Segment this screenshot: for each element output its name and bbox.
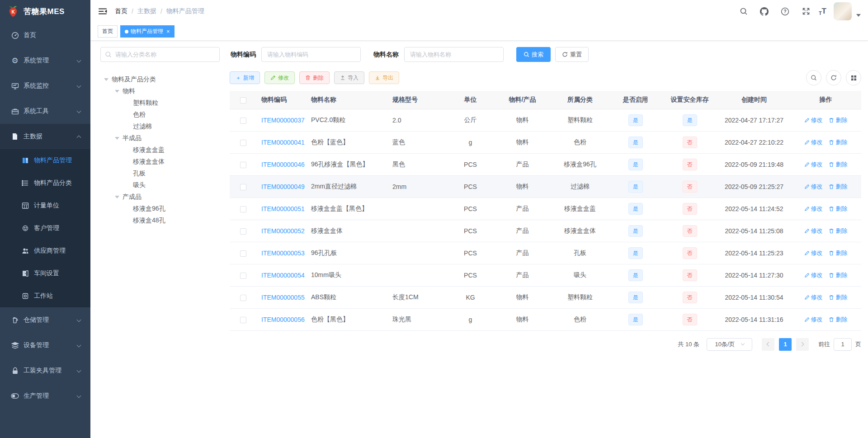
row-edit-link[interactable]: 修改 (804, 116, 823, 124)
edit-button[interactable]: 修改 (264, 71, 295, 84)
item-code-link[interactable]: ITEM00000046 (261, 161, 305, 168)
sidebar-item-home[interactable]: 首页 (0, 23, 90, 48)
material-code-input[interactable] (261, 47, 361, 62)
caret-down-icon[interactable] (856, 14, 861, 17)
row-edit-link[interactable]: 修改 (804, 227, 823, 235)
prev-page-button[interactable] (762, 338, 774, 351)
sidebar-item-material-product-category[interactable]: 物料产品分类 (0, 172, 90, 194)
row-delete-link[interactable]: 删除 (829, 183, 847, 191)
row-checkbox[interactable] (240, 295, 246, 301)
item-code-link[interactable]: ITEM00000055 (261, 294, 305, 301)
row-checkbox[interactable] (240, 184, 246, 190)
tree-node-finished[interactable]: 产成品 (100, 191, 220, 203)
row-checkbox[interactable] (240, 228, 246, 235)
row-edit-link[interactable]: 修改 (804, 160, 823, 169)
sidebar-item-device-mgmt[interactable]: 设备管理 (0, 333, 90, 358)
row-delete-link[interactable]: 删除 (829, 316, 847, 324)
page-size-select[interactable]: 10条/页 (707, 338, 752, 351)
item-code-link[interactable]: ITEM00000049 (261, 183, 305, 190)
tree-node-material[interactable]: 物料 (100, 85, 220, 97)
item-code-link[interactable]: ITEM00000053 (261, 250, 305, 257)
row-checkbox[interactable] (240, 140, 246, 146)
search-icon[interactable] (736, 3, 752, 19)
sidebar-item-measure-unit[interactable]: 计量单位 (0, 194, 90, 217)
row-edit-link[interactable]: 修改 (804, 316, 823, 324)
row-delete-link[interactable]: 删除 (829, 249, 847, 257)
tree-node-leaf[interactable]: 移液盒96孔 (100, 203, 220, 215)
row-delete-link[interactable]: 删除 (829, 271, 847, 279)
row-checkbox[interactable] (240, 118, 246, 124)
row-edit-link[interactable]: 修改 (804, 249, 823, 257)
tree-node-root[interactable]: 物料及产品分类 (100, 74, 220, 85)
item-code-link[interactable]: ITEM00000037 (261, 117, 305, 124)
sidebar-item-master-data[interactable]: 主数据 (0, 124, 90, 149)
sidebar-item-customer-mgmt[interactable]: 客户管理 (0, 217, 90, 240)
tree-search-input[interactable] (100, 47, 220, 62)
tree-node-leaf[interactable]: 孔板 (100, 168, 220, 179)
row-delete-link[interactable]: 删除 (829, 160, 847, 169)
sidebar-item-system-mgmt[interactable]: ⚙ 系统管理 (0, 48, 90, 73)
material-name-input[interactable] (404, 47, 504, 62)
reset-button[interactable]: 重置 (555, 47, 589, 62)
row-delete-link[interactable]: 删除 (829, 227, 847, 235)
sidebar-item-warehouse-mgmt[interactable]: 仓储管理 (0, 307, 90, 333)
tree-node-leaf[interactable]: 过滤棉 (100, 121, 220, 132)
row-checkbox[interactable] (240, 250, 246, 257)
delete-button[interactable]: 删除 (299, 71, 330, 84)
sidebar-item-supplier-mgmt[interactable]: 供应商管理 (0, 240, 90, 262)
sidebar-item-system-monitor[interactable]: 系统监控 (0, 73, 90, 99)
sidebar-item-fixture-mgmt[interactable]: 工装夹具管理 (0, 358, 90, 383)
tree-node-leaf[interactable]: 吸头 (100, 179, 220, 191)
row-checkbox[interactable] (240, 317, 246, 323)
sidebar-item-material-product-mgmt[interactable]: 物料产品管理 (0, 149, 90, 172)
tree-node-leaf[interactable]: 塑料颗粒 (100, 97, 220, 109)
item-code-link[interactable]: ITEM00000051 (261, 205, 305, 212)
github-icon[interactable] (756, 3, 773, 19)
refresh-button[interactable] (826, 70, 841, 85)
item-code-link[interactable]: ITEM00000052 (261, 227, 305, 235)
row-checkbox[interactable] (240, 206, 246, 212)
show-search-button[interactable] (806, 70, 821, 85)
tree-node-semifinished[interactable]: 半成品 (100, 132, 220, 144)
tree-node-leaf[interactable]: 色粉 (100, 109, 220, 121)
fullscreen-icon[interactable] (798, 3, 814, 19)
item-code-link[interactable]: ITEM00000056 (261, 316, 305, 323)
row-edit-link[interactable]: 修改 (804, 183, 823, 191)
item-code-link[interactable]: ITEM00000041 (261, 139, 305, 146)
sidebar-item-system-tools[interactable]: 系统工具 (0, 99, 90, 124)
sidebar-item-production-mgmt[interactable]: 生产管理 (0, 383, 90, 409)
row-edit-link[interactable]: 修改 (804, 293, 823, 301)
row-edit-link[interactable]: 修改 (804, 205, 823, 213)
logo[interactable]: K 苦糖果MES (0, 0, 90, 23)
breadcrumb-home[interactable]: 首页 (115, 7, 127, 15)
sidebar-item-workstation[interactable]: 工作站 (0, 285, 90, 307)
tree-node-leaf[interactable]: 移液盒48孔 (100, 215, 220, 226)
row-checkbox[interactable] (240, 162, 246, 168)
row-checkbox[interactable] (240, 273, 246, 279)
next-page-button[interactable] (796, 338, 809, 351)
row-edit-link[interactable]: 修改 (804, 271, 823, 279)
item-code-link[interactable]: ITEM00000054 (261, 272, 305, 279)
current-page-button[interactable]: 1 (779, 338, 792, 351)
sidebar-item-workshop-settings[interactable]: 车间设置 (0, 262, 90, 285)
font-size-icon[interactable]: TT (819, 7, 826, 16)
row-delete-link[interactable]: 删除 (829, 138, 847, 146)
columns-button[interactable] (846, 70, 861, 85)
avatar[interactable] (834, 2, 852, 20)
add-button[interactable]: ＋ 新增 (230, 71, 260, 84)
tree-node-leaf[interactable]: 移液盒盒体 (100, 156, 220, 168)
menu-fold-icon[interactable] (98, 6, 108, 16)
tab-material-product-mgmt[interactable]: 物料产品管理 × (120, 25, 175, 38)
row-delete-link[interactable]: 删除 (829, 205, 847, 213)
row-delete-link[interactable]: 删除 (829, 116, 847, 124)
select-all-checkbox[interactable] (240, 97, 246, 104)
row-delete-link[interactable]: 删除 (829, 293, 847, 301)
search-button[interactable]: 搜索 (516, 47, 551, 62)
export-button[interactable]: 导出 (369, 71, 399, 84)
row-edit-link[interactable]: 修改 (804, 138, 823, 146)
tab-home[interactable]: 首页 (98, 25, 118, 38)
help-icon[interactable]: ? (777, 3, 793, 19)
import-button[interactable]: 导入 (334, 71, 364, 84)
close-icon[interactable]: × (166, 28, 170, 34)
goto-page-input[interactable] (834, 338, 852, 351)
